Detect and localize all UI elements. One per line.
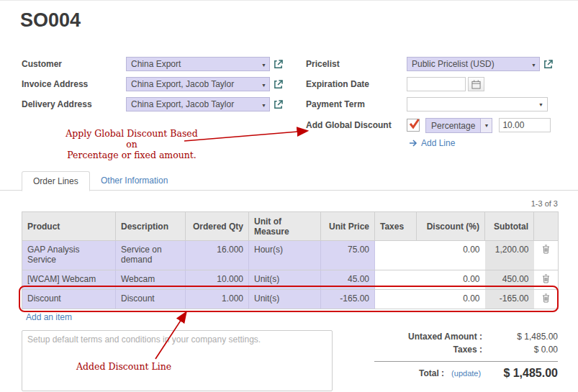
- untaxed-amount-row: Untaxed Amount : $ 1,485.00: [374, 330, 558, 343]
- col-taxes[interactable]: Taxes: [375, 212, 417, 241]
- customer-label: Customer: [22, 59, 126, 69]
- calendar-icon[interactable]: [468, 77, 484, 91]
- pricelist-value: Public Pricelist (USD): [412, 59, 495, 69]
- cell-discount[interactable]: 0.00: [417, 270, 485, 290]
- col-subtotal[interactable]: Subtotal: [485, 212, 534, 241]
- cell-product[interactable]: [WCAM] Webcam: [22, 270, 116, 290]
- cell-description[interactable]: Discount: [116, 290, 186, 309]
- col-discount[interactable]: Discount (%): [417, 212, 485, 241]
- trash-icon: [542, 245, 550, 254]
- cell-taxes[interactable]: [375, 290, 417, 309]
- cell-discount[interactable]: 0.00: [417, 241, 485, 270]
- external-link-icon[interactable]: [274, 60, 283, 69]
- order-lines-table: Product Description Ordered Qty Unit of …: [22, 211, 559, 309]
- cell-description[interactable]: Webcam: [116, 270, 186, 290]
- external-link-icon[interactable]: [274, 80, 283, 89]
- cell-product[interactable]: GAP Analysis Service: [22, 241, 116, 270]
- delete-row-button[interactable]: [534, 270, 559, 290]
- add-line-link[interactable]: Add Line: [409, 138, 455, 148]
- caret-down-icon: ▼: [531, 63, 536, 68]
- add-an-item-link[interactable]: Add an item: [26, 312, 72, 322]
- cell-price[interactable]: 45.00: [321, 270, 375, 290]
- cell-taxes[interactable]: [375, 241, 417, 270]
- col-ordered-qty[interactable]: Ordered Qty: [186, 212, 249, 241]
- customer-select[interactable]: China Export ▼: [126, 57, 270, 71]
- caret-down-icon: ▼: [261, 63, 266, 68]
- field-row-payment-term: Payment Term ▼: [306, 96, 548, 113]
- page-title: SO004: [20, 9, 81, 32]
- update-total-link[interactable]: (update): [451, 369, 481, 378]
- cell-price[interactable]: 75.00: [321, 241, 375, 270]
- discount-type-value: Percentage: [425, 118, 481, 133]
- cell-taxes[interactable]: [375, 270, 417, 290]
- untaxed-amount-label: Untaxed Amount :: [374, 332, 497, 342]
- cell-uom[interactable]: Unit(s): [249, 270, 321, 290]
- totals-divider: [374, 361, 558, 362]
- cell-qty[interactable]: 10.000: [186, 270, 249, 290]
- untaxed-amount-value: $ 1,485.00: [497, 332, 558, 342]
- cell-qty[interactable]: 16.000: [186, 241, 249, 270]
- col-unit-price[interactable]: Unit Price: [321, 212, 375, 241]
- cell-price[interactable]: -165.00: [321, 290, 375, 309]
- caret-down-icon: ▼: [261, 83, 266, 88]
- trash-icon: [542, 274, 550, 283]
- taxes-value: $ 0.00: [497, 345, 558, 355]
- invoice-address-label: Invoice Address: [22, 79, 126, 89]
- annotation-global-discount: Apply Global Discount Based on Percentag…: [60, 128, 203, 160]
- table-row: [WCAM] Webcam Webcam 10.000 Unit(s) 45.0…: [22, 270, 559, 290]
- total-value: $ 1,485.00: [481, 367, 558, 380]
- discount-amount-input[interactable]: [499, 118, 551, 132]
- cell-uom[interactable]: Unit(s): [249, 290, 321, 309]
- taxes-row: Taxes : $ 0.00: [374, 343, 558, 356]
- discount-type-select[interactable]: Percentage ▼: [425, 118, 492, 133]
- cell-qty[interactable]: 1.000: [186, 290, 249, 309]
- col-unit-of-measure[interactable]: Unit of Measure: [249, 212, 321, 241]
- totals-panel: Untaxed Amount : $ 1,485.00 Taxes : $ 0.…: [374, 330, 558, 381]
- col-product[interactable]: Product: [22, 212, 116, 241]
- col-actions: [534, 212, 559, 241]
- terms-conditions-textarea[interactable]: [22, 330, 333, 391]
- tab-other-information[interactable]: Other Information: [101, 176, 168, 186]
- delivery-address-select[interactable]: China Export, Jacob Taylor ▼: [126, 97, 270, 111]
- delete-row-button[interactable]: [534, 290, 559, 309]
- field-row-global-discount: Add Global Discount Percentage ▼: [306, 117, 551, 134]
- external-link-icon[interactable]: [274, 100, 283, 109]
- add-line-label: Add Line: [421, 138, 455, 148]
- taxes-label: Taxes :: [374, 345, 497, 355]
- customer-value: China Export: [131, 59, 181, 69]
- table-row: GAP Analysis Service Service on demand 1…: [22, 241, 559, 270]
- delete-row-button[interactable]: [534, 241, 559, 270]
- caret-down-icon: ▼: [481, 118, 492, 133]
- cell-product[interactable]: Discount: [22, 290, 116, 309]
- expiration-date-input[interactable]: [407, 77, 466, 91]
- trash-icon: [542, 293, 550, 303]
- field-row-delivery-address: Delivery Address China Export, Jacob Tay…: [22, 96, 283, 113]
- table-header-row: Product Description Ordered Qty Unit of …: [22, 212, 559, 241]
- pricelist-select[interactable]: Public Pricelist (USD) ▼: [407, 57, 540, 71]
- delivery-address-label: Delivery Address: [22, 99, 126, 109]
- total-row: Total : (update) $ 1,485.00: [374, 365, 558, 381]
- field-row-customer: Customer China Export ▼: [22, 55, 283, 73]
- expiration-date-label: Expiration Date: [306, 79, 407, 89]
- field-row-invoice-address: Invoice Address China Export, Jacob Tayl…: [22, 76, 283, 93]
- sale-order-form: SO004 Customer China Export ▼ Invoice Ad…: [0, 0, 578, 392]
- pager-counter: 1-3 of 3: [432, 199, 558, 208]
- check-icon: [408, 118, 420, 129]
- table-row-discount-line: Discount Discount 1.000 Unit(s) -165.00 …: [22, 290, 559, 309]
- tab-order-lines[interactable]: Order Lines: [22, 171, 90, 191]
- arrow-right-icon: [409, 139, 417, 147]
- external-link-icon[interactable]: [543, 60, 553, 69]
- cell-discount[interactable]: 0.00: [417, 290, 485, 309]
- global-discount-label: Add Global Discount: [306, 120, 407, 130]
- payment-term-select[interactable]: ▼: [407, 97, 548, 111]
- payment-term-label: Payment Term: [306, 99, 407, 109]
- invoice-address-select[interactable]: China Export, Jacob Taylor ▼: [126, 77, 270, 91]
- caret-down-icon: ▼: [538, 102, 543, 107]
- cell-description[interactable]: Service on demand: [116, 241, 186, 270]
- caret-down-icon: ▼: [261, 103, 266, 108]
- total-label: Total :: [419, 368, 444, 378]
- global-discount-checkbox[interactable]: [407, 119, 420, 132]
- col-description[interactable]: Description: [116, 212, 186, 241]
- field-row-pricelist: Pricelist Public Pricelist (USD) ▼: [306, 55, 553, 73]
- cell-uom[interactable]: Hour(s): [249, 241, 321, 270]
